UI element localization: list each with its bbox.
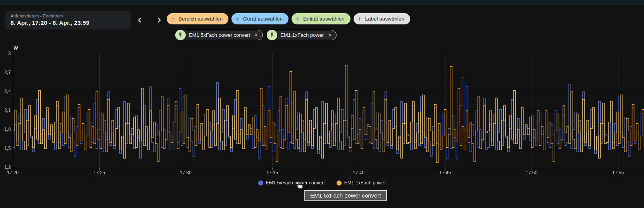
legend-item-em1-1xfach-power[interactable]: EM1 1xFach power: [337, 180, 386, 186]
x-axis-tick-label: 17:20: [0, 170, 26, 175]
legend-label: EM1 1xFach power: [344, 180, 386, 186]
history-panel: Anfangsdatum - Enddatum 8. Apr., 17:20 -…: [0, 0, 644, 208]
x-axis-tick-label: 17:25: [86, 170, 113, 175]
x-axis-tick-label: 17:50: [518, 170, 545, 175]
x-axis-tick-label: 17:35: [259, 170, 286, 175]
legend-tooltip-text: EM1 5xFach power convert: [310, 192, 381, 199]
legend-item-em1-5xfach-power-convert[interactable]: EM1 5xFach power convert: [258, 180, 325, 186]
y-axis-tick-label: 2,7: [0, 70, 11, 75]
x-axis-tick-label: 17:45: [432, 170, 459, 175]
cursor-pointer-icon: [295, 180, 305, 191]
y-axis-unit-label: W: [14, 45, 18, 51]
y-axis-tick-label: 2,4: [0, 89, 11, 94]
y-axis-tick-label: 1,8: [0, 127, 11, 132]
history-chart-canvas[interactable]: [0, 0, 644, 208]
x-axis-tick-label: 17:55: [604, 170, 632, 175]
y-axis-tick-label: 1,2: [0, 165, 11, 170]
chart-legend: EM1 5xFach power convert EM1 1xFach powe…: [0, 180, 644, 186]
x-axis-tick-label: 17:30: [172, 170, 199, 175]
x-axis-tick-label: 17:40: [345, 170, 372, 175]
y-axis-tick-label: 1,5: [0, 146, 11, 151]
y-axis-tick-label: 3: [0, 51, 11, 56]
y-axis-tick-label: 2,1: [0, 108, 11, 113]
legend-tooltip: EM1 5xFach power convert: [304, 190, 387, 201]
legend-dot-blue: [258, 180, 263, 186]
legend-dot-orange: [337, 180, 342, 186]
